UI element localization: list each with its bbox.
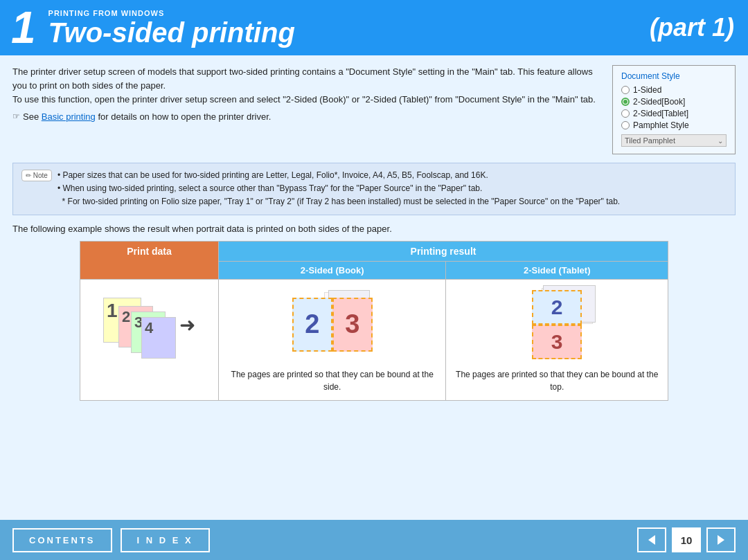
book-visual: 2 3 — [226, 287, 438, 363]
pencil-icon: ✏ — [26, 172, 31, 179]
label-pamphlet: Pamphlet Style — [633, 120, 689, 130]
result-table: Print data Printing result 2-Sided (Book… — [80, 241, 668, 401]
caption-book: The pages are printed so that they can b… — [226, 368, 438, 393]
book-left-page: 2 — [292, 298, 332, 352]
option-2sided-tablet[interactable]: 2-Sided[Tablet] — [621, 109, 727, 118]
th-printing-result: Printing result — [219, 241, 668, 261]
note-content: • Paper sizes that can be used for two-s… — [57, 169, 620, 209]
option-2sided-book[interactable]: 2-Sided[Book] — [621, 97, 727, 107]
td-print-data: 1 2 3 4 ➜ — [80, 279, 219, 400]
option-pamphlet[interactable]: Pamphlet Style — [621, 120, 727, 130]
label-2sided-tablet: 2-Sided[Tablet] — [633, 109, 688, 118]
page-header: 1 PRINTING FROM WINDOWS Two-sided printi… — [0, 0, 748, 55]
index-button[interactable]: I N D E X — [121, 528, 210, 552]
note-badge: ✏ Note — [21, 170, 52, 181]
radio-pamphlet[interactable] — [621, 121, 630, 129]
main-content: The printer driver setup screen of model… — [0, 55, 748, 526]
basic-printing-link[interactable]: Basic printing — [42, 111, 96, 122]
th-print-data: Print data — [80, 241, 219, 279]
next-arrow-icon — [715, 534, 727, 546]
chevron-down-icon: ⌄ — [718, 137, 723, 145]
note-bullet-3: * For two-sided printing on Folio size p… — [57, 195, 620, 208]
footer-nav: 10 — [637, 527, 736, 552]
label-2sided-book: 2-Sided[Book] — [633, 97, 685, 107]
td-2sided-book: 2 3 The pages are printed so that they c… — [219, 279, 446, 400]
intro-para1: The printer driver setup screen of model… — [12, 65, 601, 107]
see-icon: ☞ — [12, 110, 20, 123]
header-subtitle: PRINTING FROM WINDOWS — [48, 9, 295, 17]
see-line: ☞ See Basic printing for details on how … — [12, 110, 601, 124]
see-text: See Basic printing for details on how to… — [23, 110, 271, 124]
radio-2sided-book[interactable] — [621, 98, 630, 106]
page-4: 4 — [141, 317, 176, 359]
pages-stack: 1 2 3 4 — [103, 291, 172, 360]
arrow-right-icon: ➜ — [179, 314, 195, 336]
note-bullet-2: • When using two-sided printing, select … — [57, 182, 620, 195]
tablet-visual: 2 3 — [453, 287, 661, 363]
tablet-top-page: 2 — [532, 290, 582, 325]
contents-button[interactable]: CONTENTS — [12, 528, 112, 552]
note-box: ✏ Note • Paper sizes that can be used fo… — [12, 163, 736, 215]
dropdown-value: Tiled Pamphlet — [625, 136, 675, 145]
chapter-number: 1 — [11, 6, 36, 50]
document-style-box: Document Style 1-Sided 2-Sided[Book] 2-S… — [612, 65, 736, 154]
prev-page-button[interactable] — [637, 527, 666, 552]
tiled-pamphlet-dropdown[interactable]: Tiled Pamphlet ⌄ — [621, 134, 727, 147]
header-part: (part 1) — [650, 13, 734, 42]
book-right-page: 3 — [332, 298, 373, 352]
example-text: The following example shows the result w… — [12, 224, 736, 234]
prev-arrow-icon — [645, 534, 658, 546]
book-spread: 2 3 — [292, 298, 373, 352]
radio-2sided-tablet[interactable] — [621, 109, 630, 118]
print-data-visual: 1 2 3 4 ➜ — [87, 291, 211, 360]
page-number: 10 — [672, 527, 701, 552]
svg-marker-0 — [648, 535, 655, 545]
intro-text: The printer driver setup screen of model… — [12, 65, 601, 154]
caption-tablet: The pages are printed so that they can b… — [453, 368, 661, 393]
next-page-button[interactable] — [706, 527, 736, 552]
doc-style-title: Document Style — [621, 71, 727, 81]
th-2sided-book: 2-Sided (Book) — [219, 261, 446, 279]
header-title: Two-sided printing — [48, 19, 295, 46]
radio-1sided[interactable] — [621, 86, 630, 94]
tablet-stack: 2 3 — [532, 290, 582, 359]
intro-section: The printer driver setup screen of model… — [12, 65, 736, 154]
note-bullet-1: • Paper sizes that can be used for two-s… — [57, 169, 620, 182]
th-2sided-tablet: 2-Sided (Tablet) — [446, 261, 668, 279]
td-2sided-tablet: 2 3 The pages are printed so that they c… — [446, 279, 668, 400]
svg-marker-1 — [718, 535, 724, 545]
tablet-bottom-page: 3 — [532, 325, 582, 359]
label-1sided: 1-Sided — [633, 85, 661, 95]
option-1sided[interactable]: 1-Sided — [621, 85, 727, 95]
footer: CONTENTS I N D E X 10 — [0, 520, 748, 560]
header-title-block: PRINTING FROM WINDOWS Two-sided printing — [48, 9, 295, 46]
note-label: Note — [33, 172, 48, 179]
